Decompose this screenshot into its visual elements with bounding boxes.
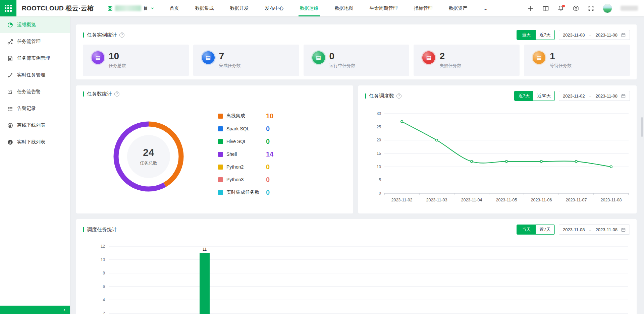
stat-label: 失败任务数 xyxy=(439,63,461,69)
scrollbar-thumb[interactable] xyxy=(641,117,643,137)
stat-label: 等待任务数 xyxy=(550,63,572,69)
toggle-option-today[interactable]: 当天 xyxy=(517,30,536,40)
chevron-down-icon xyxy=(151,6,154,10)
legend-item[interactable]: 实时集成任务数0 xyxy=(218,186,273,199)
nav-item-7[interactable]: 生命周期管理 xyxy=(362,0,406,16)
sidebar-item-label: 离线下线列表 xyxy=(17,122,45,128)
sidebar-collapse-button[interactable]: ‹ xyxy=(0,306,70,314)
nav-item-4[interactable]: 发布中心 xyxy=(257,0,292,16)
stat-box: ▤10任务总数 xyxy=(83,45,189,76)
stat-box: ▤0运行中任务数 xyxy=(304,45,410,76)
toggle-option-7days[interactable]: 近7天 xyxy=(536,30,554,40)
svg-text:2: 2 xyxy=(103,311,105,314)
date-range-picker[interactable]: 2023-11-08 → 2023-11-08 xyxy=(559,225,630,235)
donut-total-label: 任务总数 xyxy=(140,160,157,166)
sidebar-item-3[interactable]: 任务流实例管理 xyxy=(0,50,70,67)
settings-icon[interactable] xyxy=(573,5,579,12)
nav-item-10[interactable]: ... xyxy=(476,0,496,16)
svg-text:10: 10 xyxy=(101,257,105,262)
legend-swatch xyxy=(218,126,223,131)
apps-grid-button[interactable] xyxy=(0,0,16,16)
svg-text:20: 20 xyxy=(377,138,381,142)
sidebar-item-2[interactable]: 任务流管理 xyxy=(0,33,70,50)
sidebar-item-label: 任务流管理 xyxy=(17,39,41,45)
project-name-suffix: 目 xyxy=(144,5,148,11)
stat-box: ▤2失败任务数 xyxy=(414,45,520,76)
nav-item-6[interactable]: 数据地图 xyxy=(327,0,362,16)
legend-value: 0 xyxy=(266,163,270,171)
nav-item-9[interactable]: 数据资产 xyxy=(441,0,476,16)
help-icon[interactable]: ? xyxy=(396,93,401,99)
card-schedule-task-stats: 调度任务统计 当天 近7天 2023-11-08 → 2023-11-08 12… xyxy=(76,219,637,314)
stat-label: 运行中任务数 xyxy=(329,63,356,69)
date-range-picker[interactable]: 2023-11-02 → 2023-11-08 xyxy=(559,91,630,101)
sidebar: 运维概览任务流管理任务流实例管理实时任务管理任务流告警告警记录离线下线列表实时下… xyxy=(0,16,70,314)
sidebar-item-5[interactable]: 任务流告警 xyxy=(0,83,70,100)
calendar-icon xyxy=(621,33,626,38)
sidebar-item-4[interactable]: 实时任务管理 xyxy=(0,67,70,83)
toggle-option-30days[interactable]: 近30天 xyxy=(533,91,554,101)
nav-item-5[interactable]: 数据运维 xyxy=(292,0,327,16)
sidebar-item-6[interactable]: 告警记录 xyxy=(0,100,70,117)
bell-icon[interactable] xyxy=(557,5,564,12)
legend-item[interactable]: Python30 xyxy=(218,173,273,186)
line-chart: 0510152025302023-11-022023-11-032023-11-… xyxy=(364,110,631,210)
nav-item-8[interactable]: 指标管理 xyxy=(406,0,441,16)
svg-text:2023-11-07: 2023-11-07 xyxy=(566,198,587,202)
donut-legend: 离线集成10Spark SQL0Hive SQL0Shell14Python20… xyxy=(218,110,273,199)
stat-box: ▤7完成任务数 xyxy=(193,45,299,76)
toggle-option-7days[interactable]: 近7天 xyxy=(536,225,554,234)
help-icon[interactable]: ? xyxy=(114,91,119,97)
nav-item-1[interactable]: 首页 xyxy=(162,0,187,16)
sidebar-item-7[interactable]: 离线下线列表 xyxy=(0,117,70,134)
book-icon[interactable] xyxy=(542,5,549,12)
download-circle-icon xyxy=(7,123,13,128)
svg-text:2023-11-03: 2023-11-03 xyxy=(426,198,447,202)
date-range-picker[interactable]: 2023-11-08 → 2023-11-08 xyxy=(559,30,630,40)
svg-text:6: 6 xyxy=(103,284,105,289)
date-end: 2023-11-08 xyxy=(595,33,618,38)
nav-item-2[interactable]: 数据集成 xyxy=(187,0,222,16)
card-title: 任务数统计 xyxy=(87,91,112,97)
date-start: 2023-11-02 xyxy=(563,93,585,99)
clipboard-badge-icon: ▤ xyxy=(92,51,104,64)
legend-value: 0 xyxy=(266,125,270,133)
help-icon[interactable]: ? xyxy=(119,33,124,38)
range-toggle: 当天 近7天 xyxy=(517,30,555,40)
svg-text:15: 15 xyxy=(377,151,381,156)
sidebar-item-1[interactable]: 运维概览 xyxy=(0,16,70,33)
legend-item[interactable]: Spark SQL0 xyxy=(218,122,273,135)
clipboard-badge-icon: ▤ xyxy=(312,51,325,64)
plus-icon[interactable] xyxy=(527,5,534,12)
title-accent-bar xyxy=(83,227,84,232)
bar-chart: 12108642011 xyxy=(82,241,629,314)
fullscreen-icon[interactable] xyxy=(588,5,594,12)
card-task-count: 任务数统计 ? 24 任务总数 离线集成10Spark SQL0Hive SQL… xyxy=(76,85,353,213)
svg-text:2023-11-06: 2023-11-06 xyxy=(531,198,552,202)
legend-swatch xyxy=(218,165,223,170)
topbar-actions xyxy=(527,4,644,13)
legend-item[interactable]: Hive SQL0 xyxy=(218,135,273,148)
clipboard-badge-icon: ▤ xyxy=(202,51,215,64)
workflow-icon xyxy=(7,39,13,45)
card-task-instance-stats: 任务实例统计 ? 当天 近7天 2023-11-08 → 2023-11-08 … xyxy=(76,24,637,79)
avatar[interactable] xyxy=(603,4,612,13)
legend-item[interactable]: 离线集成10 xyxy=(218,110,273,122)
sidebar-item-8[interactable]: 实时下线列表 xyxy=(0,134,70,150)
svg-text:30: 30 xyxy=(377,111,381,116)
toggle-option-7days[interactable]: 近7天 xyxy=(515,91,533,101)
apps-grid-icon xyxy=(5,5,12,12)
project-grid-icon xyxy=(107,6,113,11)
nav-item-3[interactable]: 数据开发 xyxy=(222,0,257,16)
date-start: 2023-11-08 xyxy=(563,227,585,232)
stat-box: ▤1等待任务数 xyxy=(524,45,630,76)
svg-text:4: 4 xyxy=(103,298,105,302)
download-circle-filled-icon xyxy=(7,139,13,145)
toggle-option-today[interactable]: 当天 xyxy=(517,225,536,234)
range-toggle: 近7天 近30天 xyxy=(514,91,554,101)
legend-item[interactable]: Python20 xyxy=(218,161,273,173)
project-selector[interactable]: 目 xyxy=(107,5,154,11)
legend-item[interactable]: Shell14 xyxy=(218,148,273,161)
title-accent-bar xyxy=(83,33,84,38)
svg-text:12: 12 xyxy=(101,244,105,249)
